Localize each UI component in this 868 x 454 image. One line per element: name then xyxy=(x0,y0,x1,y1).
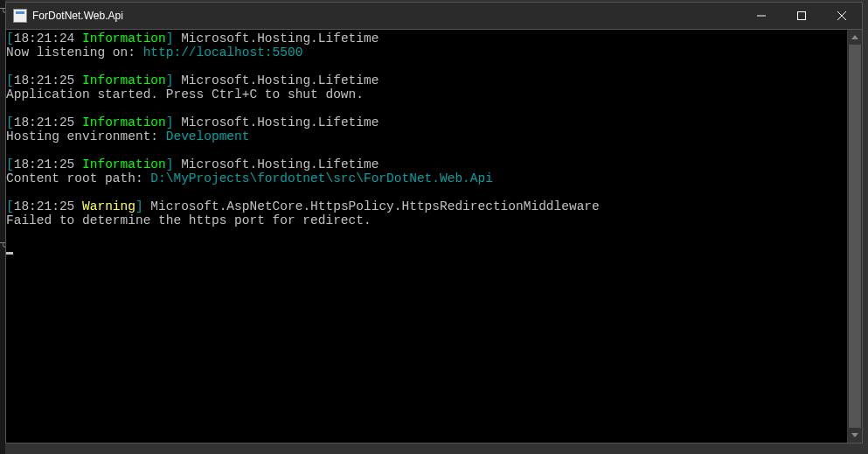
maximize-icon xyxy=(797,11,806,20)
title-bar[interactable]: ForDotNet.Web.Api xyxy=(6,3,862,29)
vertical-scrollbar[interactable] xyxy=(847,30,862,443)
log-header: [18:21:25 Information] Microsoft.Hosting… xyxy=(6,73,847,87)
log-message: Now listening on: http://localhost:5500 xyxy=(6,45,847,59)
prompt-line[interactable] xyxy=(6,241,847,255)
scrollbar-thumb[interactable] xyxy=(849,45,861,428)
close-icon xyxy=(837,11,846,20)
minimize-button[interactable] xyxy=(741,3,781,29)
window-controls xyxy=(741,3,862,29)
maximize-button[interactable] xyxy=(781,3,822,29)
log-message: Content root path: D:\MyProjects\fordotn… xyxy=(6,171,847,185)
blank-line xyxy=(6,143,847,157)
close-button[interactable] xyxy=(822,3,862,29)
chevron-up-icon xyxy=(851,35,858,39)
scroll-up-button[interactable] xyxy=(848,30,862,45)
blank-line xyxy=(6,59,847,73)
scroll-down-button[interactable] xyxy=(848,428,862,443)
blank-line xyxy=(6,185,847,199)
log-message: Failed to determine the https port for r… xyxy=(6,213,847,227)
app-icon xyxy=(13,9,27,23)
log-header: [18:21:25 Warning] Microsoft.AspNetCore.… xyxy=(6,199,847,213)
app-window: ForDotNet.Web.Api [18:21:24 Information]… xyxy=(5,2,863,444)
scrollbar-track[interactable] xyxy=(848,45,862,428)
console-area: [18:21:24 Information] Microsoft.Hosting… xyxy=(6,29,862,443)
log-header: [18:21:25 Information] Microsoft.Hosting… xyxy=(6,115,847,129)
cursor xyxy=(6,252,13,255)
console-output[interactable]: [18:21:24 Information] Microsoft.Hosting… xyxy=(6,30,847,443)
minimize-icon xyxy=(757,11,766,20)
chevron-down-icon xyxy=(851,433,858,437)
svg-rect-1 xyxy=(798,12,806,20)
log-message: Hosting environment: Development xyxy=(6,129,847,143)
log-header: [18:21:24 Information] Microsoft.Hosting… xyxy=(6,31,847,45)
blank-line xyxy=(6,101,847,115)
window-title: ForDotNet.Web.Api xyxy=(32,10,123,22)
log-header: [18:21:25 Information] Microsoft.Hosting… xyxy=(6,157,847,171)
log-message: Application started. Press Ctrl+C to shu… xyxy=(6,87,847,101)
title-left: ForDotNet.Web.Api xyxy=(13,9,123,23)
